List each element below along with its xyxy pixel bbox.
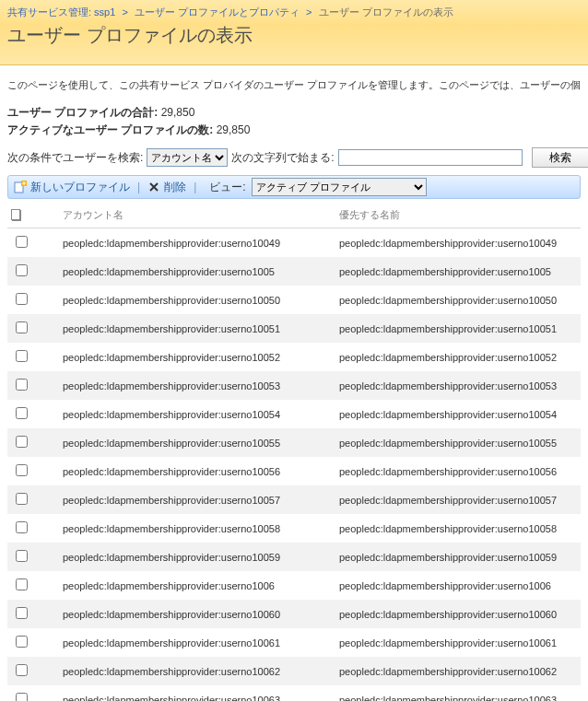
select-all-header[interactable] <box>7 203 35 228</box>
row-account[interactable]: peopledc:ldapmembershipprovider:userno10… <box>59 600 335 628</box>
table-row: peopledc:ldapmembershipprovider:userno10… <box>7 457 581 485</box>
view-select[interactable]: アクティブ プロファイル <box>252 178 427 196</box>
row-account[interactable]: peopledc:ldapmembershipprovider:userno10… <box>59 543 335 571</box>
row-account[interactable]: peopledc:ldapmembershipprovider:userno10… <box>59 400 335 428</box>
row-edit-cell[interactable] <box>35 685 59 701</box>
row-checkbox[interactable] <box>16 379 28 391</box>
row-edit-cell[interactable] <box>35 543 59 571</box>
row-account[interactable]: peopledc:ldapmembershipprovider:userno10… <box>59 657 335 685</box>
row-edit-cell[interactable] <box>35 286 59 314</box>
search-by-select[interactable]: アカウント名 <box>147 148 228 167</box>
new-profile-label: 新しいプロファイル <box>30 180 130 195</box>
preferred-header[interactable]: 優先する名前 <box>335 203 581 228</box>
row-preferred-name: peopledc:ldapmembershipprovider:userno10… <box>335 257 581 286</box>
row-edit-cell[interactable] <box>35 371 59 400</box>
row-checkbox[interactable] <box>16 350 28 362</box>
toolbar: 新しいプロファイル | 削除 | ビュー: アクティブ プロファイル <box>7 175 581 199</box>
table-row: peopledc:ldapmembershipprovider:userno10… <box>7 343 581 371</box>
toolbar-sep: | <box>134 181 144 193</box>
row-edit-cell[interactable] <box>35 485 59 514</box>
view-label: ビュー: <box>209 180 245 195</box>
row-account[interactable]: peopledc:ldapmembershipprovider:userno10… <box>59 514 335 543</box>
row-checkbox-cell <box>7 571 35 600</box>
row-checkbox[interactable] <box>16 321 28 333</box>
row-checkbox[interactable] <box>16 664 28 676</box>
search-input[interactable] <box>338 149 523 166</box>
row-checkbox-cell <box>7 514 35 543</box>
row-account[interactable]: peopledc:ldapmembershipprovider:userno10… <box>59 228 335 258</box>
table-row: peopledc:ldapmembershipprovider:userno10… <box>7 400 581 428</box>
row-account[interactable]: peopledc:ldapmembershipprovider:userno10… <box>59 571 335 600</box>
row-account[interactable]: peopledc:ldapmembershipprovider:userno10… <box>59 457 335 485</box>
row-checkbox[interactable] <box>16 464 28 476</box>
row-checkbox[interactable] <box>16 493 28 505</box>
table-row: peopledc:ldapmembershipprovider:userno10… <box>7 428 581 457</box>
page-description: このページを使用して、この共有サービス プロバイダのユーザー プロファイルを管理… <box>7 78 581 92</box>
row-edit-cell[interactable] <box>35 228 59 258</box>
row-edit-cell[interactable] <box>35 457 59 485</box>
row-edit-cell[interactable] <box>35 343 59 371</box>
breadcrumb-link-profiles[interactable]: ユーザー プロファイルとプロパティ <box>135 6 300 18</box>
row-edit-cell[interactable] <box>35 571 59 600</box>
table-row: peopledc:ldapmembershipprovider:userno10… <box>7 371 581 400</box>
row-preferred-name: peopledc:ldapmembershipprovider:userno10… <box>335 685 581 701</box>
row-preferred-name: peopledc:ldapmembershipprovider:userno10… <box>335 600 581 628</box>
row-edit-cell[interactable] <box>35 628 59 657</box>
row-preferred-name: peopledc:ldapmembershipprovider:userno10… <box>335 514 581 543</box>
row-checkbox[interactable] <box>16 607 28 619</box>
row-edit-cell[interactable] <box>35 428 59 457</box>
delete-icon <box>147 181 160 193</box>
row-preferred-name: peopledc:ldapmembershipprovider:userno10… <box>335 628 581 657</box>
row-edit-cell[interactable] <box>35 314 59 343</box>
row-checkbox[interactable] <box>16 236 28 248</box>
row-checkbox[interactable] <box>16 436 28 448</box>
row-edit-cell[interactable] <box>35 514 59 543</box>
breadcrumb-current: ユーザー プロファイルの表示 <box>319 6 453 18</box>
row-checkbox-cell <box>7 600 35 628</box>
table-row: peopledc:ldapmembershipprovider:userno10… <box>7 228 581 258</box>
table-row: peopledc:ldapmembershipprovider:userno10… <box>7 543 581 571</box>
row-preferred-name: peopledc:ldapmembershipprovider:userno10… <box>335 657 581 685</box>
row-account[interactable]: peopledc:ldapmembershipprovider:userno10… <box>59 257 335 286</box>
breadcrumb-sep: > <box>118 6 131 18</box>
row-account[interactable]: peopledc:ldapmembershipprovider:userno10… <box>59 485 335 514</box>
row-account[interactable]: peopledc:ldapmembershipprovider:userno10… <box>59 314 335 343</box>
row-checkbox-cell <box>7 343 35 371</box>
row-checkbox-cell <box>7 457 35 485</box>
row-edit-cell[interactable] <box>35 257 59 286</box>
row-account[interactable]: peopledc:ldapmembershipprovider:userno10… <box>59 371 335 400</box>
delete-label: 削除 <box>164 180 186 195</box>
delete-button[interactable]: 削除 <box>147 180 186 195</box>
row-checkbox[interactable] <box>16 636 28 648</box>
row-preferred-name: peopledc:ldapmembershipprovider:userno10… <box>335 343 581 371</box>
row-checkbox[interactable] <box>16 693 28 701</box>
row-preferred-name: peopledc:ldapmembershipprovider:userno10… <box>335 543 581 571</box>
row-checkbox[interactable] <box>16 578 28 590</box>
row-account[interactable]: peopledc:ldapmembershipprovider:userno10… <box>59 428 335 457</box>
row-preferred-name: peopledc:ldapmembershipprovider:userno10… <box>335 571 581 600</box>
search-button[interactable]: 検索 <box>532 147 588 168</box>
row-checkbox[interactable] <box>16 407 28 419</box>
breadcrumb-link-ssp[interactable]: 共有サービス管理: ssp1 <box>7 6 115 18</box>
row-checkbox-cell <box>7 257 35 286</box>
new-profile-button[interactable]: 新しいプロファイル <box>14 180 130 195</box>
row-checkbox[interactable] <box>16 550 28 562</box>
breadcrumb-sep: > <box>302 6 315 18</box>
row-checkbox[interactable] <box>16 521 28 533</box>
search-by-label: 次の条件でユーザーを検索: <box>7 150 143 166</box>
row-preferred-name: peopledc:ldapmembershipprovider:userno10… <box>335 314 581 343</box>
search-starts-label: 次の文字列で始まる: <box>231 150 334 166</box>
row-checkbox-cell <box>7 685 35 701</box>
row-preferred-name: peopledc:ldapmembershipprovider:userno10… <box>335 485 581 514</box>
page-title: ユーザー プロファイルの表示 <box>7 23 581 48</box>
row-account[interactable]: peopledc:ldapmembershipprovider:userno10… <box>59 286 335 314</box>
row-account[interactable]: peopledc:ldapmembershipprovider:userno10… <box>59 685 335 701</box>
row-edit-cell[interactable] <box>35 657 59 685</box>
row-account[interactable]: peopledc:ldapmembershipprovider:userno10… <box>59 343 335 371</box>
row-checkbox[interactable] <box>16 293 28 305</box>
account-header[interactable]: アカウント名 <box>59 203 335 228</box>
row-edit-cell[interactable] <box>35 400 59 428</box>
row-edit-cell[interactable] <box>35 600 59 628</box>
row-account[interactable]: peopledc:ldapmembershipprovider:userno10… <box>59 628 335 657</box>
row-checkbox[interactable] <box>16 264 28 276</box>
